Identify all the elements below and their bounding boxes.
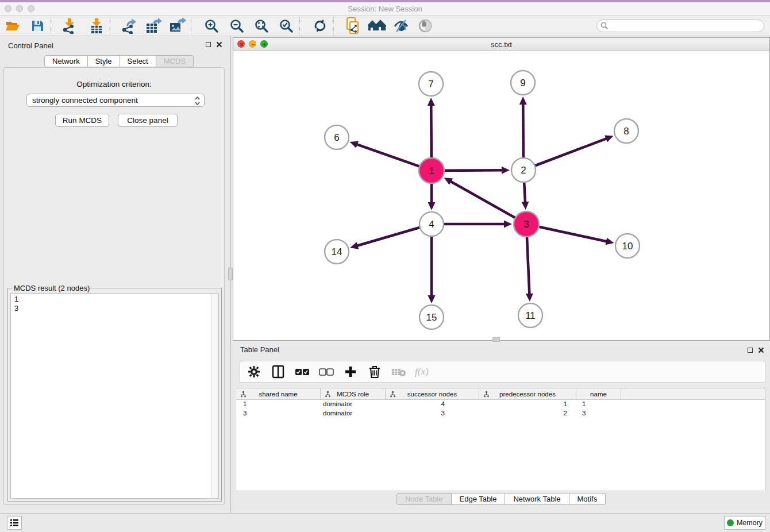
zoom-out-icon[interactable]	[227, 17, 247, 34]
tab-network[interactable]: Network	[44, 55, 88, 67]
network-window-titlebar[interactable]: scc.txt	[233, 38, 769, 51]
graph-edge-1-6[interactable]	[356, 144, 421, 167]
tab-edge-table[interactable]: Edge Table	[452, 493, 506, 505]
cell-name[interactable]: 3	[576, 409, 621, 418]
node-table-header: shared name MCDS role successor nodes pr…	[236, 388, 765, 400]
graph-node-label: 14	[332, 246, 342, 257]
float-panel-icon[interactable]	[206, 42, 211, 47]
zoom-selected-icon[interactable]	[276, 17, 296, 34]
graph-node-1[interactable]: 1	[419, 158, 444, 183]
result-scrollbar[interactable]	[211, 294, 218, 498]
export-image-icon[interactable]	[168, 17, 187, 34]
network-canvas[interactable]: 7968124314101511	[233, 51, 769, 340]
graph-node-15[interactable]: 15	[419, 305, 444, 329]
mcds-result-group: MCDS result (2 nodes) 1 3	[7, 288, 222, 502]
cell-mcds-role[interactable]: dominator	[321, 409, 386, 418]
task-history-button[interactable]	[7, 516, 22, 530]
cell-predecessor-nodes[interactable]: 2	[479, 409, 576, 418]
mcds-result-area[interactable]: 1 3	[10, 293, 219, 499]
export-network-icon[interactable]	[119, 17, 138, 34]
table-row[interactable]: 3 dominator 3 2 3	[236, 409, 765, 418]
memory-button[interactable]: Memory	[724, 516, 765, 530]
graph-edge-2-8[interactable]	[534, 138, 607, 166]
column-header-mcds-role[interactable]: MCDS role	[321, 388, 386, 399]
cell-shared-name[interactable]: 3	[236, 409, 321, 418]
zoom-in-icon[interactable]	[202, 17, 221, 34]
tab-style[interactable]: Style	[88, 55, 120, 67]
column-type-icon	[325, 391, 331, 398]
close-panel-button[interactable]: Close panel	[118, 114, 178, 127]
graph-node-7[interactable]: 7	[419, 72, 443, 96]
tab-mcds[interactable]: MCDS	[156, 55, 194, 67]
copy-style-icon[interactable]	[343, 17, 363, 34]
close-panel-icon[interactable]	[216, 41, 222, 48]
graph-edge-2-9[interactable]	[523, 103, 523, 159]
control-panel-header: Control Panel	[0, 36, 228, 52]
column-header-name[interactable]: name	[576, 388, 621, 399]
table-settings-gear-icon[interactable]	[246, 364, 262, 380]
graph-edge-1-7[interactable]	[431, 105, 432, 159]
graph-node-label: 2	[521, 165, 526, 176]
graph-node-9[interactable]: 9	[511, 71, 535, 95]
graph-node-8[interactable]: 8	[614, 119, 638, 143]
hide-panel-eye-icon[interactable]	[391, 17, 411, 34]
save-session-icon[interactable]	[28, 17, 47, 34]
memory-status-icon	[727, 519, 734, 526]
cell-successor-nodes[interactable]: 3	[386, 409, 479, 418]
delete-column-trash-icon[interactable]	[367, 364, 383, 380]
export-table-icon[interactable]	[144, 17, 163, 34]
tab-select[interactable]: Select	[120, 55, 156, 67]
deselect-all-checkboxes-icon[interactable]	[318, 364, 334, 380]
cell-shared-name[interactable]: 1	[236, 400, 321, 409]
graph-edge-3-10[interactable]	[538, 226, 607, 241]
control-panel-title: Control Panel	[8, 41, 53, 50]
zoom-fit-icon[interactable]	[252, 17, 271, 34]
cell-successor-nodes[interactable]: 4	[386, 400, 479, 409]
cell-predecessor-nodes[interactable]: 1	[479, 400, 576, 409]
graph-edge-3-11[interactable]	[527, 236, 530, 295]
close-panel-icon[interactable]	[758, 347, 764, 353]
column-layout-icon[interactable]	[270, 364, 286, 380]
graph-edge-3-1[interactable]	[450, 181, 516, 218]
import-network-icon[interactable]	[60, 17, 79, 34]
mcds-result-title: MCDS result (2 nodes)	[12, 284, 91, 292]
control-panel: Control Panel Network Style Select MCDS …	[0, 36, 228, 513]
column-type-icon	[483, 391, 490, 398]
graph-node-2[interactable]: 2	[511, 158, 536, 182]
graph-node-11[interactable]: 11	[518, 303, 542, 327]
table-row[interactable]: 1 dominator 4 1 1	[236, 400, 765, 409]
column-label: predecessor nodes	[499, 391, 556, 398]
graph-node-4[interactable]: 4	[419, 212, 444, 236]
graph-edge-2-3[interactable]	[524, 181, 525, 203]
graph-node-3[interactable]: 3	[514, 211, 539, 237]
float-panel-icon[interactable]	[748, 348, 753, 353]
graph-node-6[interactable]: 6	[325, 125, 349, 149]
edge-arrowhead	[521, 202, 529, 210]
graph-node-14[interactable]: 14	[325, 240, 349, 264]
tab-network-table[interactable]: Network Table	[505, 493, 569, 505]
show-eye-icon[interactable]	[415, 17, 435, 34]
tab-node-table[interactable]: Node Table	[396, 493, 452, 505]
network-table-splitter-handle[interactable]	[492, 337, 500, 342]
search-icon	[600, 22, 609, 30]
search-input[interactable]	[596, 20, 764, 32]
graph-edge-1-2[interactable]	[443, 170, 503, 171]
splitter-handle[interactable]	[228, 268, 233, 280]
run-mcds-button[interactable]: Run MCDS	[55, 114, 109, 127]
graph-edge-4-14[interactable]	[357, 227, 421, 246]
home-layout-icon[interactable]	[367, 17, 387, 34]
cell-mcds-role[interactable]: dominator	[321, 400, 386, 409]
tab-motifs[interactable]: Motifs	[569, 493, 606, 505]
criterion-dropdown[interactable]: strongly connected component	[26, 94, 205, 107]
refresh-view-icon[interactable]	[310, 17, 330, 34]
import-table-icon[interactable]	[87, 17, 106, 34]
open-session-icon[interactable]	[3, 17, 22, 34]
column-type-icon	[240, 391, 247, 398]
add-column-icon[interactable]	[342, 364, 359, 380]
graph-node-10[interactable]: 10	[615, 234, 640, 258]
column-header-predecessor-nodes[interactable]: predecessor nodes	[479, 388, 576, 399]
cell-name[interactable]: 1	[576, 400, 621, 409]
column-header-successor-nodes[interactable]: successor nodes	[386, 388, 479, 399]
column-header-shared-name[interactable]: shared name	[236, 388, 321, 399]
select-all-checkboxes-icon[interactable]	[294, 364, 310, 380]
